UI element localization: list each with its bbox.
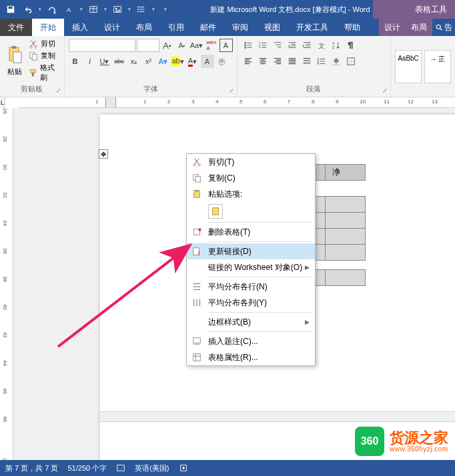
show-marks-button[interactable] xyxy=(344,39,358,52)
format-painter-button[interactable]: 格式刷 xyxy=(29,63,60,83)
align-right-button[interactable] xyxy=(271,55,284,68)
increase-indent-button[interactable] xyxy=(300,39,314,52)
tab-references[interactable]: 引用 xyxy=(160,19,192,36)
bullets-button[interactable] xyxy=(242,39,255,52)
status-language[interactable]: 英语(美国) xyxy=(135,463,169,473)
cut-button[interactable]: 剪切 xyxy=(29,39,60,49)
font-launcher[interactable]: ⤢ xyxy=(229,87,234,94)
style-emphasis[interactable]: → 正 xyxy=(424,50,451,83)
enclose-char-button[interactable]: ㊥ xyxy=(215,55,229,68)
pinyin-button[interactable]: wénA xyxy=(205,39,218,52)
undo-button[interactable] xyxy=(20,1,36,17)
font-size-select[interactable] xyxy=(137,39,159,52)
table-cell[interactable] xyxy=(326,197,366,213)
paste-button[interactable]: 粘贴 xyxy=(7,45,23,77)
paste-keep-source[interactable] xyxy=(208,204,223,219)
numbering-button[interactable]: 123 xyxy=(256,39,270,52)
borders-button[interactable] xyxy=(344,55,358,68)
status-proofing[interactable] xyxy=(116,463,125,473)
underline-button[interactable]: U▾ xyxy=(98,55,111,68)
redo-button[interactable] xyxy=(44,1,60,17)
qat-dropdown-3[interactable] xyxy=(103,5,108,14)
tab-help[interactable]: 帮助 xyxy=(336,19,368,36)
asian-layout-button[interactable]: 文 xyxy=(315,39,328,52)
char-shading-button[interactable]: A xyxy=(201,55,214,68)
menu-table-properties[interactable]: 表格属性(R)... xyxy=(187,349,315,365)
style-normal[interactable]: AaBbC xyxy=(395,50,422,83)
table-cell[interactable] xyxy=(326,270,366,286)
table-cell[interactable] xyxy=(326,181,366,197)
vertical-ruler[interactable]: 2628303234363840424446482 xyxy=(0,108,13,465)
table-move-handle[interactable]: ✥ xyxy=(99,149,108,159)
tab-insert[interactable]: 插入 xyxy=(64,19,96,36)
qat-list-button[interactable] xyxy=(133,1,149,17)
font-color-button[interactable]: A▾ xyxy=(186,55,199,68)
status-page[interactable]: 第 7 页，共 7 页 xyxy=(5,463,58,473)
qat-dropdown-4[interactable] xyxy=(127,5,132,14)
qat-dropdown[interactable] xyxy=(37,5,43,14)
copy-button[interactable]: 复制 xyxy=(29,51,60,61)
menu-border-styles[interactable]: 边框样式(B) ▶ xyxy=(187,314,315,330)
tab-developer[interactable]: 开发工具 xyxy=(288,19,336,36)
qat-table-button[interactable] xyxy=(85,1,101,17)
save-button[interactable] xyxy=(3,1,19,17)
shading-button[interactable] xyxy=(330,55,343,68)
qat-customize-button[interactable]: ▾ xyxy=(157,1,173,17)
shrink-font-button[interactable]: A▾ xyxy=(175,39,189,52)
subscript-button[interactable]: x₂ xyxy=(127,55,141,68)
distribute-button[interactable] xyxy=(300,55,314,68)
qat-image-button[interactable] xyxy=(109,1,125,17)
ribbon-group-paragraph: 123 文 AZ xyxy=(238,36,391,97)
status-words[interactable]: 51/250 个字 xyxy=(67,463,107,473)
align-left-button[interactable] xyxy=(242,55,255,68)
text-effects-button[interactable]: A▾ xyxy=(157,55,170,68)
horizontal-ruler[interactable]: 1123456789101112131415 xyxy=(19,97,455,108)
font-name-select[interactable] xyxy=(69,39,135,52)
qat-dropdown-5[interactable] xyxy=(151,5,156,14)
tab-tell-me[interactable]: 告 xyxy=(432,19,455,36)
char-border-button[interactable]: A xyxy=(219,39,233,52)
menu-insert-caption[interactable]: 插入题注(C)... xyxy=(187,333,315,349)
paragraph-launcher[interactable]: ⤢ xyxy=(382,87,388,94)
table-cell[interactable] xyxy=(326,213,366,229)
strike-button[interactable]: abc xyxy=(113,55,126,68)
caption-icon xyxy=(189,335,204,347)
properties-icon xyxy=(189,351,204,363)
decrease-indent-button[interactable] xyxy=(286,39,299,52)
tab-layout[interactable]: 布局 xyxy=(128,19,160,36)
menu-update-link[interactable]: ! 更新链接(D) xyxy=(187,243,315,259)
tab-tool-layout[interactable]: 布局 xyxy=(406,19,432,36)
qat-dropdown-2[interactable] xyxy=(79,5,84,14)
table-cell[interactable] xyxy=(326,229,366,245)
superscript-button[interactable]: x² xyxy=(142,55,155,68)
menu-delete-table[interactable]: 删除表格(T) xyxy=(187,224,315,240)
qat-font-button[interactable]: A xyxy=(61,1,77,17)
table-cell[interactable] xyxy=(326,245,366,261)
multilevel-list-button[interactable] xyxy=(271,39,284,52)
change-case-button[interactable]: Aa▾ xyxy=(190,39,203,52)
tab-design[interactable]: 设计 xyxy=(96,19,128,36)
status-macro[interactable] xyxy=(179,463,188,473)
grow-font-button[interactable]: A▴ xyxy=(161,39,174,52)
clipboard-launcher[interactable]: ⤢ xyxy=(56,87,61,94)
table-header-net[interactable]: 净 xyxy=(326,165,366,181)
tab-mailings[interactable]: 邮件 xyxy=(192,19,224,36)
justify-button[interactable] xyxy=(286,55,299,68)
tab-tool-design[interactable]: 设计 xyxy=(379,19,406,36)
highlight-button[interactable]: ab▾ xyxy=(171,55,185,68)
tab-review[interactable]: 审阅 xyxy=(224,19,256,36)
tab-file[interactable]: 文件 xyxy=(0,19,32,36)
menu-distribute-rows[interactable]: 平均分布各行(N) xyxy=(187,279,315,295)
tab-view[interactable]: 视图 xyxy=(256,19,288,36)
menu-copy[interactable]: 复制(C) xyxy=(187,170,315,186)
sort-button[interactable]: AZ xyxy=(330,39,343,52)
menu-cut[interactable]: 剪切(T) xyxy=(187,154,315,170)
bold-button[interactable]: B xyxy=(69,55,82,68)
align-center-button[interactable] xyxy=(256,55,270,68)
menu-linked-worksheet[interactable]: 链接的 Worksheet 对象(O) ▶ xyxy=(187,259,315,275)
tab-home[interactable]: 开始 xyxy=(32,19,64,36)
menu-paste-label: 粘贴选项: xyxy=(204,189,310,200)
italic-button[interactable]: I xyxy=(83,55,97,68)
menu-distribute-cols[interactable]: 平均分布各列(Y) xyxy=(187,295,315,311)
line-spacing-button[interactable] xyxy=(315,55,328,68)
